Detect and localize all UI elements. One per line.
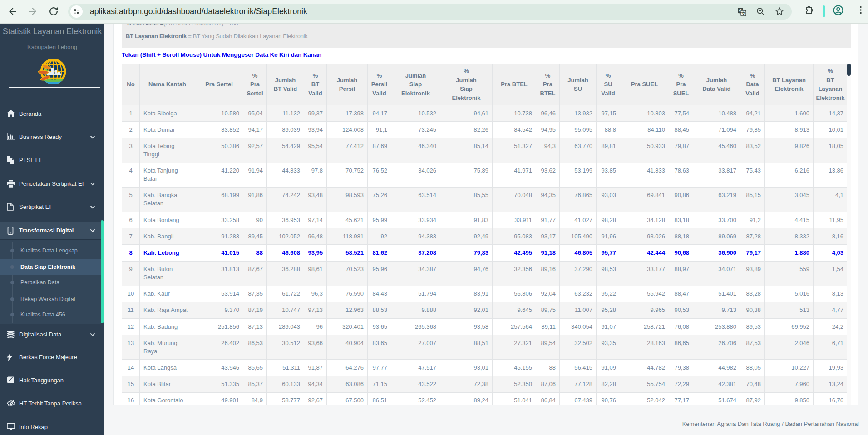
svg-text:文: 文	[741, 11, 745, 16]
